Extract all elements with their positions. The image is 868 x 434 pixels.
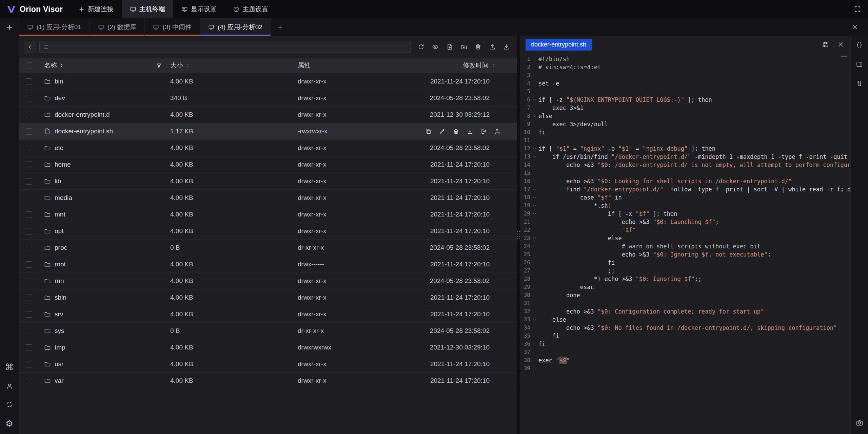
row-checkbox[interactable] [26,162,32,168]
row-checkbox[interactable] [26,344,32,351]
table-row[interactable]: docker-entrypoint.d4.00 KBdrwxr-xr-x2021… [19,107,517,123]
table-row[interactable]: bin4.00 KBdrwxr-xr-x2021-11-24 17:20:10 [19,73,517,90]
file-name[interactable]: etc [55,144,63,152]
table-row[interactable]: opt4.00 KBdrwxr-xr-x2021-11-24 17:20:10 [19,223,517,240]
file-name[interactable]: home [55,161,71,168]
file-name[interactable]: dev [55,94,65,102]
terminal-tab-3[interactable]: (3) 中间件 [145,18,200,36]
table-row[interactable]: mnt4.00 KBdrwxr-xr-x2021-11-24 17:20:10 [19,206,517,223]
file-name[interactable]: opt [55,227,63,235]
row-action-permission[interactable] [494,128,501,135]
file-name[interactable]: root [55,261,66,268]
save-button[interactable] [822,41,829,48]
row-checkbox[interactable] [26,228,32,234]
path-input[interactable] [52,43,407,51]
fold-chevron-icon[interactable] [530,234,538,242]
table-row[interactable]: tmp4.00 KBdrwxrwxrwx2021-12-30 03:29:10 [19,339,517,356]
scrollbar-thumb[interactable] [841,56,847,57]
top-menu-item-2[interactable]: 主机终端 [122,0,173,18]
new-folder-button[interactable] [458,41,469,52]
new-connection-button[interactable] [5,23,14,32]
snippets-button[interactable] [856,41,863,49]
delete-button[interactable] [473,41,484,52]
sort-size-button[interactable] [185,63,190,68]
filter-name-button[interactable] [156,62,169,69]
preview-button[interactable] [430,41,441,52]
table-row[interactable]: var4.00 KBdrwxr-xr-x2021-11-24 17:20:10 [19,373,517,389]
fold-chevron-icon[interactable] [530,153,538,161]
fullscreen-button[interactable] [854,5,861,13]
refresh-button[interactable] [416,41,427,52]
row-action-copy[interactable] [425,128,432,135]
download-button[interactable] [501,41,512,52]
row-checkbox[interactable] [26,311,32,318]
path-menu-icon[interactable] [43,44,49,50]
sort-mtime-button[interactable] [491,63,496,68]
settings-button[interactable]: ⚙ [5,419,13,428]
fold-chevron-icon[interactable] [530,185,538,193]
row-checkbox[interactable] [26,361,32,367]
table-row[interactable]: sys0 Bdr-xr-xr-x2024-05-28 23:58:02 [19,323,517,339]
file-name[interactable]: proc [55,244,67,251]
top-menu-item-3[interactable]: 显示设置 [173,0,225,18]
table-row[interactable]: run4.00 KBdrwxr-xr-x2024-05-28 23:58:02 [19,273,517,289]
row-action-edit[interactable] [439,128,446,135]
table-row[interactable]: home4.00 KBdrwxr-xr-x2021-11-24 17:20:10 [19,156,517,173]
layout-button[interactable] [856,61,863,68]
row-checkbox[interactable] [26,278,32,284]
row-checkbox[interactable] [26,128,32,135]
table-row[interactable]: media4.00 KBdrwxr-xr-x2021-11-24 17:20:1… [19,190,517,206]
fold-chevron-icon[interactable] [530,202,538,210]
row-checkbox[interactable] [26,178,32,185]
sort-name-button[interactable] [59,63,64,68]
file-name[interactable]: docker-entrypoint.d [55,111,110,118]
fold-chevron-icon[interactable] [530,316,538,324]
screenshot-button[interactable] [856,419,863,427]
table-row[interactable]: lib4.00 KBdrwxr-xr-x2021-11-24 17:20:10 [19,173,517,190]
new-file-button[interactable] [444,41,455,52]
panel-splitter[interactable] [517,36,520,434]
row-checkbox[interactable] [26,145,32,151]
close-panel-button[interactable] [852,24,859,31]
file-name[interactable]: usr [55,360,63,368]
file-name[interactable]: bin [55,78,63,85]
file-name[interactable]: sys [55,327,64,335]
table-row[interactable]: sbin4.00 KBdrwxr-xr-x2021-11-24 17:20:10 [19,289,517,306]
row-checkbox[interactable] [26,78,32,85]
row-checkbox[interactable] [26,211,32,218]
row-checkbox[interactable] [26,245,32,251]
row-action-move[interactable] [480,128,487,135]
row-checkbox[interactable] [26,112,32,118]
app-logo[interactable]: Orion Visor [0,0,70,18]
row-checkbox[interactable] [26,261,32,268]
table-row[interactable]: usr4.00 KBdrwxr-xr-x2021-11-24 17:20:10 [19,356,517,373]
file-name[interactable]: tmp [55,344,65,351]
fold-chevron-icon[interactable] [530,112,538,120]
code-editor[interactable]: 1#!/bin/sh2# vim:sw=4:ts=4:et34set -e56i… [520,53,850,434]
table-row[interactable]: proc0 Bdr-xr-xr-x2024-05-28 23:58:02 [19,240,517,256]
file-name[interactable]: docker-entrypoint.sh [55,128,113,135]
editor-file-tab[interactable]: docker-entrypoint.sh [526,39,592,51]
select-all-checkbox[interactable] [26,62,32,69]
file-name[interactable]: sbin [55,294,66,301]
fold-chevron-icon[interactable] [530,210,538,218]
table-row[interactable]: etc4.00 KBdrwxr-xr-x2024-05-28 23:58:02 [19,140,517,156]
file-name[interactable]: media [55,194,72,202]
close-editor-button[interactable] [837,41,844,48]
fold-chevron-icon[interactable] [530,96,538,104]
row-checkbox[interactable] [26,95,32,101]
file-name[interactable]: mnt [55,211,65,218]
back-button[interactable] [24,41,36,53]
file-name[interactable]: run [55,277,64,285]
top-menu-item-4[interactable]: 主题设置 [225,0,276,18]
row-checkbox[interactable] [26,328,32,334]
terminal-tab-1[interactable]: (1) 应用-分析01 [19,18,90,36]
top-menu-item-1[interactable]: 新建连接 [70,0,122,18]
sort-order-button[interactable] [856,80,863,87]
fold-chevron-icon[interactable] [530,145,538,153]
contacts-button[interactable] [6,382,13,390]
add-tab-button[interactable] [271,18,289,36]
row-checkbox[interactable] [26,295,32,301]
row-checkbox[interactable] [26,378,32,384]
row-checkbox[interactable] [26,195,32,201]
